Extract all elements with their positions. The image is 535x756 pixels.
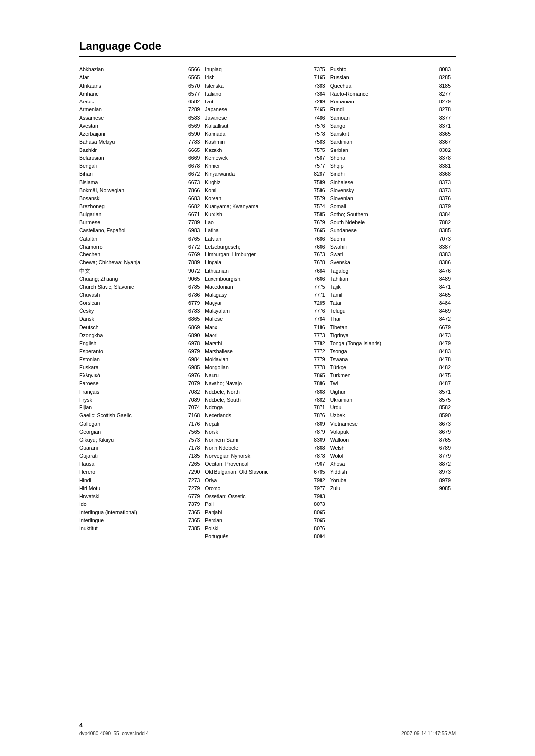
lang-code: 8383 (433, 251, 451, 258)
lang-name: Shona (330, 154, 433, 162)
lang-code: 7784 (308, 315, 325, 323)
lang-code: 8368 (433, 170, 451, 178)
lang-code: 8287 (308, 170, 325, 178)
lang-code: 6783 (182, 307, 200, 315)
lang-code: 7290 (182, 468, 200, 476)
lang-code: 7575 (308, 146, 325, 154)
lang-name: Afrikaans (79, 82, 182, 90)
lang-code: 7983 (308, 492, 325, 500)
list-item: Ndonga7871 (205, 403, 325, 411)
lang-name: Bahasa Melayu (79, 138, 182, 146)
lang-name: Malagasy (205, 291, 307, 299)
lang-name: Panjabi (205, 508, 307, 516)
lang-name: Suomi (330, 235, 433, 243)
lang-code: 7577 (308, 162, 325, 170)
lang-name: Komi (205, 186, 307, 194)
lang-code: 7789 (182, 218, 200, 226)
lang-code: 6566 (182, 65, 200, 73)
lang-code: 8384 (433, 210, 451, 218)
columns-container: Abkhazian6566Afar6565Afrikaans6570Amhari… (79, 65, 456, 541)
list-item: Tonga (Tonga Islands)8479 (330, 339, 451, 347)
lang-name: Assamese (79, 114, 182, 122)
lang-code: 8469 (433, 307, 451, 315)
lang-name: Hindi (79, 476, 182, 484)
lang-code: 7967 (308, 460, 325, 468)
lang-code: 7882 (433, 218, 451, 226)
lang-code: 8373 (433, 186, 451, 194)
lang-name: Tahitian (330, 275, 433, 283)
list-item: Tagalog8476 (330, 267, 451, 275)
footer-left: dvp4080-4090_55_cover.indd 4 (79, 731, 149, 736)
lang-code: 6683 (182, 194, 200, 202)
lang-name: Somali (330, 202, 433, 210)
lang-name: Brezhoneg (79, 202, 182, 210)
lang-code: 7684 (308, 267, 325, 275)
lang-code: 6779 (182, 299, 200, 307)
list-item: Tsonga8483 (330, 347, 451, 355)
list-item: Kazakh7575 (205, 146, 325, 154)
lang-name: Bosanski (79, 194, 182, 202)
lang-name: Shqip (330, 162, 433, 170)
lang-code: 9072 (182, 267, 200, 275)
list-item: Irish7165 (205, 73, 325, 81)
lang-code: 8084 (308, 532, 325, 540)
list-item: Turkmen8475 (330, 371, 451, 379)
list-item: Français7082 (79, 388, 200, 396)
lang-name: Arabic (79, 98, 182, 105)
list-item: Suomi7073 (330, 235, 451, 243)
lang-name: Thai (330, 315, 433, 323)
lang-name: Russian (330, 73, 433, 81)
list-item: Ivrit7269 (205, 98, 325, 105)
list-item: Bosanski6683 (79, 194, 200, 202)
list-item: Tswana8478 (330, 355, 451, 363)
lang-code: 7279 (182, 484, 200, 492)
list-item: Old Bulgarian; Old Slavonic6785 (205, 468, 325, 476)
lang-code: 8973 (433, 468, 451, 476)
list-item: Samoan8377 (330, 114, 451, 122)
lang-name: Castellano, Español (79, 226, 182, 234)
list-item: Tamil8465 (330, 291, 451, 299)
lang-code: 8076 (308, 524, 325, 532)
list-item: Interlingua (International)7365 (79, 508, 200, 516)
lang-code: 7289 (182, 105, 200, 113)
lang-code: 7065 (308, 516, 325, 524)
list-item: Zulu9085 (330, 484, 451, 492)
lang-code: 6679 (433, 323, 451, 331)
page-number: 4 (79, 721, 83, 729)
list-item: Yiddish8973 (330, 468, 451, 476)
lang-code: 8065 (308, 508, 325, 516)
lang-name: Sindhi (330, 170, 433, 178)
lang-name: Tsonga (330, 347, 433, 355)
lang-name: Latina (205, 226, 307, 234)
list-item: Pali8073 (205, 500, 325, 508)
list-item: Assamese6583 (79, 114, 200, 122)
list-item: Vietnamese8673 (330, 420, 451, 428)
lang-code: 7365 (182, 508, 200, 516)
lang-name: Kirghiz (205, 178, 307, 186)
list-item: Hiri Motu7279 (79, 484, 200, 492)
list-item: Sinhalese8373 (330, 178, 451, 186)
lang-code: 7576 (308, 122, 325, 130)
list-item: Norwegian Nynorsk;7878 (205, 452, 325, 460)
list-item: Ελληνικά6976 (79, 371, 200, 379)
lang-name: Pali (205, 500, 307, 508)
list-item: Persian7065 (205, 516, 325, 524)
list-item: Luxembourgish;7666 (205, 275, 325, 283)
lang-name: Northern Sami (205, 436, 307, 444)
lang-name: Armenian (79, 105, 182, 113)
lang-name: Kurdish (205, 210, 307, 218)
list-item: Rundi8278 (330, 105, 451, 113)
list-item: Tatar8484 (330, 299, 451, 307)
list-item: Manx7186 (205, 323, 325, 331)
list-item: Ndebele, South7882 (205, 396, 325, 403)
lang-name: Sardinian (330, 138, 433, 146)
lang-name: Sotho; Southern (330, 210, 433, 218)
lang-code: 7082 (182, 388, 200, 396)
lang-code: 7585 (308, 210, 325, 218)
lang-name: Svenska (330, 258, 433, 266)
lang-code: 8472 (433, 315, 451, 323)
list-item: Panjabi8065 (205, 508, 325, 516)
lang-name: Türkçe (330, 363, 433, 371)
lang-code: 8279 (433, 98, 451, 105)
lang-name: Limburgan; Limburger (205, 251, 307, 258)
